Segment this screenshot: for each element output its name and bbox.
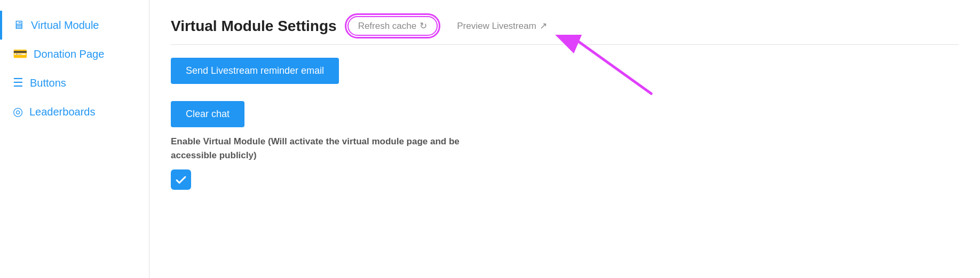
sidebar-item-label: Leaderboards <box>29 106 95 118</box>
donation-icon: 💳 <box>13 47 27 61</box>
sidebar-item-label: Donation Page <box>34 48 104 60</box>
checkmark-icon <box>175 173 187 186</box>
sidebar-item-label: Buttons <box>30 77 66 89</box>
send-email-button[interactable]: Send Livestream reminder email <box>171 58 339 84</box>
refresh-icon: ↻ <box>420 20 427 32</box>
preview-livestream-label: Preview Livestream <box>457 21 536 32</box>
sidebar: 🖥 Virtual Module 💳 Donation Page ☰ Butto… <box>0 0 149 278</box>
main-content: Virtual Module Settings Refresh cache ↻ … <box>149 0 980 278</box>
enable-virtual-module-checkbox[interactable] <box>171 169 191 190</box>
checkbox-wrapper <box>171 169 959 190</box>
refresh-cache-label: Refresh cache <box>358 21 417 32</box>
sidebar-item-donation-page[interactable]: 💳 Donation Page <box>0 40 149 68</box>
buttons-icon: ☰ <box>13 76 23 90</box>
page-header: Virtual Module Settings Refresh cache ↻ … <box>171 16 959 45</box>
page-title: Virtual Module Settings <box>171 18 337 35</box>
sidebar-item-virtual-module[interactable]: 🖥 Virtual Module <box>0 11 149 40</box>
clear-chat-button[interactable]: Clear chat <box>171 101 244 127</box>
sidebar-item-leaderboards[interactable]: ◎ Leaderboards <box>0 97 149 126</box>
preview-livestream-button[interactable]: Preview Livestream ↗ <box>457 20 547 32</box>
enable-label: Enable Virtual Module (Will activate the… <box>171 135 491 162</box>
enable-section: Clear chat Enable Virtual Module (Will a… <box>171 101 959 190</box>
monitor-icon: 🖥 <box>13 18 25 32</box>
action-buttons: Send Livestream reminder email Clear cha… <box>171 58 959 190</box>
sidebar-item-label: Virtual Module <box>31 19 99 32</box>
leaderboards-icon: ◎ <box>13 105 23 119</box>
external-link-icon: ↗ <box>540 20 547 32</box>
refresh-cache-button[interactable]: Refresh cache ↻ <box>347 16 438 36</box>
sidebar-item-buttons[interactable]: ☰ Buttons <box>0 68 149 97</box>
